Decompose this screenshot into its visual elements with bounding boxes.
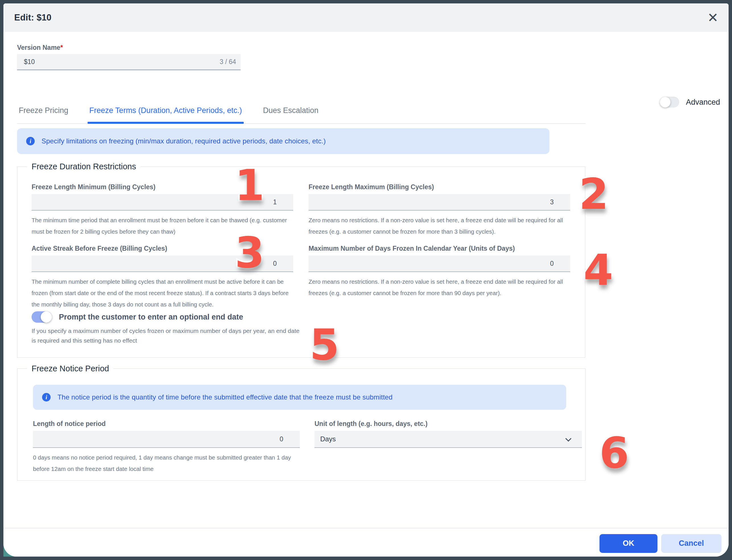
active-streak-help: The minimum number of complete billing c… bbox=[32, 276, 289, 310]
notice-length-help: 0 days means no notice period required, … bbox=[33, 452, 299, 475]
notice-banner-text: The notice period is the quantity of tim… bbox=[57, 393, 392, 401]
prompt-end-date-toggle-group: Prompt the customer to enter an optional… bbox=[32, 311, 585, 323]
prompt-end-date-label: Prompt the customer to enter an optional… bbox=[59, 313, 243, 322]
freeze-duration-restrictions-section: Freeze Duration Restrictions Freeze Leng… bbox=[17, 166, 585, 358]
version-name-label: Version Name* bbox=[17, 43, 729, 52]
freeze-length-min-help: The minimum time period that an enrollme… bbox=[32, 215, 289, 237]
modal-body: Version Name* 3 / 64 Advanced Freeze Pri… bbox=[3, 43, 729, 481]
notice-period-info-banner: i The notice period is the quantity of t… bbox=[33, 385, 566, 410]
freeze-length-max-field bbox=[309, 194, 570, 211]
freeze-notice-legend: Freeze Notice Period bbox=[27, 363, 114, 374]
freeze-terms-info-banner: i Specify limitations on freezing (min/m… bbox=[17, 128, 549, 154]
version-name-label-text: Version Name bbox=[17, 44, 60, 51]
active-streak-input[interactable] bbox=[32, 260, 293, 267]
active-streak-group: Active Streak Before Freeze (Billing Cyc… bbox=[32, 244, 293, 310]
info-icon: i bbox=[26, 137, 35, 145]
chevron-down-icon bbox=[565, 435, 571, 441]
max-days-frozen-input[interactable] bbox=[309, 260, 570, 267]
required-asterisk: * bbox=[60, 44, 63, 51]
prompt-end-date-help: If you specify a maximum number of cycle… bbox=[32, 326, 300, 345]
freeze-notice-period-section: Freeze Notice Period i The notice period… bbox=[17, 368, 585, 481]
notice-unit-label: Unit of length (e.g. hours, days, etc.) bbox=[315, 419, 582, 428]
info-banner-text: Specify limitations on freezing (min/max… bbox=[42, 137, 326, 145]
advanced-toggle-group: Advanced bbox=[660, 97, 720, 108]
advanced-toggle[interactable] bbox=[660, 97, 679, 108]
freeze-length-min-label: Freeze Length Minimum (Billing Cycles) bbox=[32, 183, 293, 191]
info-icon: i bbox=[42, 393, 51, 402]
freeze-length-max-input[interactable] bbox=[309, 198, 570, 206]
freeze-length-min-field bbox=[32, 194, 293, 211]
modal-header: Edit: $10 ✕ bbox=[3, 3, 729, 32]
freeze-length-max-group: Freeze Length Maximum (Billing Cycles) Z… bbox=[309, 183, 570, 237]
close-icon[interactable]: ✕ bbox=[707, 11, 718, 24]
tab-bar: Freeze Pricing Freeze Terms (Duration, A… bbox=[17, 102, 585, 124]
freeze-length-min-input[interactable] bbox=[32, 198, 293, 206]
max-days-frozen-field bbox=[309, 256, 570, 272]
tab-freeze-pricing[interactable]: Freeze Pricing bbox=[17, 102, 70, 123]
notice-length-label: Length of notice period bbox=[33, 419, 300, 428]
freeze-duration-legend: Freeze Duration Restrictions bbox=[27, 161, 141, 172]
max-days-frozen-label: Maximum Number of Days Frozen In Calenda… bbox=[309, 244, 570, 253]
prompt-end-date-toggle[interactable] bbox=[32, 311, 52, 323]
version-name-input[interactable] bbox=[24, 58, 220, 66]
freeze-length-max-help: Zero means no restrictions. If a non-zer… bbox=[309, 215, 570, 237]
active-streak-label: Active Streak Before Freeze (Billing Cyc… bbox=[32, 244, 293, 253]
edit-version-modal: Edit: $10 ✕ Version Name* 3 / 64 Advance… bbox=[3, 3, 729, 557]
notice-length-field bbox=[33, 431, 300, 448]
character-counter: 3 / 64 bbox=[220, 58, 236, 66]
notice-unit-value: Days bbox=[320, 435, 336, 443]
notice-unit-group: Unit of length (e.g. hours, days, etc.) … bbox=[315, 419, 582, 475]
tab-freeze-terms[interactable]: Freeze Terms (Duration, Active Periods, … bbox=[88, 102, 244, 123]
advanced-label: Advanced bbox=[686, 98, 720, 107]
max-days-frozen-help: Zero means no restrictions. If a non-zer… bbox=[309, 276, 570, 299]
tab-dues-escalation[interactable]: Dues Escalation bbox=[261, 102, 320, 123]
active-streak-field bbox=[32, 256, 293, 272]
toggle-knob bbox=[660, 97, 671, 108]
cancel-button[interactable]: Cancel bbox=[661, 534, 721, 553]
ok-button[interactable]: OK bbox=[599, 534, 657, 553]
max-days-frozen-group: Maximum Number of Days Frozen In Calenda… bbox=[309, 244, 570, 310]
toggle-knob bbox=[41, 311, 52, 323]
notice-unit-select[interactable]: Days bbox=[315, 431, 582, 448]
modal-footer: OK Cancel bbox=[3, 528, 729, 557]
freeze-length-max-label: Freeze Length Maximum (Billing Cycles) bbox=[309, 183, 570, 191]
modal-title: Edit: $10 bbox=[14, 13, 51, 23]
notice-length-input[interactable] bbox=[33, 435, 300, 443]
version-name-field: 3 / 64 bbox=[17, 54, 241, 70]
freeze-length-min-group: Freeze Length Minimum (Billing Cycles) T… bbox=[32, 183, 293, 237]
notice-length-group: Length of notice period 0 days means no … bbox=[33, 419, 300, 475]
